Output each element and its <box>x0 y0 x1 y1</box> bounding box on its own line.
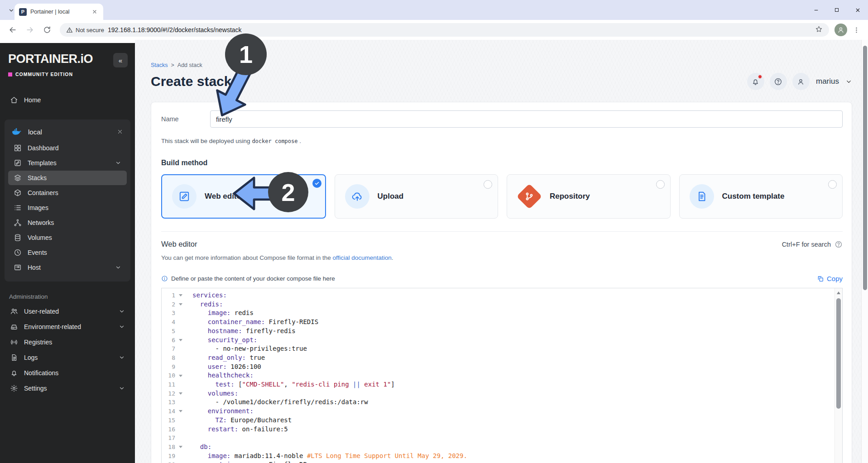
sidebar-item-settings[interactable]: Settings <box>5 381 130 396</box>
bookmark-star-icon[interactable] <box>815 25 823 35</box>
fold-arrow-icon[interactable] <box>179 303 182 305</box>
minimize-icon[interactable] <box>806 0 826 20</box>
sidebar-item-containers[interactable]: Containers <box>8 186 127 200</box>
copy-button[interactable]: Copy <box>817 275 843 282</box>
compose-code-editor[interactable]: 1services:2 redis:3 image: redis4 contai… <box>161 288 843 463</box>
code-line[interactable]: 4 container_name: Firefly-REDIS <box>162 318 831 327</box>
editor-scroll-thumb[interactable] <box>836 298 841 409</box>
bell-icon <box>10 369 18 377</box>
build-method-custom-template[interactable]: Custom template <box>679 174 843 219</box>
maximize-icon[interactable] <box>826 0 847 20</box>
build-method-web-editor[interactable]: Web editor <box>161 174 326 219</box>
code-line[interactable]: 17 <box>162 434 831 443</box>
sidebar-item-networks[interactable]: Networks <box>8 215 127 230</box>
sidebar-item-registries[interactable]: Registries <box>5 334 130 350</box>
method-radio[interactable] <box>828 180 837 189</box>
sidebar-item-volumes[interactable]: Volumes <box>8 230 127 245</box>
code-line[interactable]: 6 security_opt: <box>162 336 831 345</box>
fold-arrow-icon[interactable] <box>179 294 182 296</box>
fold-arrow-icon[interactable] <box>179 339 182 341</box>
code-line[interactable]: 7 - no-new-privileges:true <box>162 344 831 353</box>
editor-scroll-up-icon[interactable] <box>837 291 840 294</box>
fold-arrow-icon[interactable] <box>179 410 182 412</box>
line-gutter: 4 <box>162 318 188 327</box>
user-menu-button[interactable] <box>792 73 810 90</box>
code-text: services: <box>188 291 227 300</box>
sidebar-item-logs[interactable]: Logs <box>5 350 130 365</box>
fold-arrow-icon[interactable] <box>179 446 182 448</box>
url-bar[interactable]: Not secure 192.168.1.18:9000/#!/2/docker… <box>60 23 829 37</box>
code-line[interactable]: 19 image: mariadb:11.4-noble #LTS Long T… <box>162 452 831 461</box>
method-label: Web editor <box>205 192 245 201</box>
window-close-icon[interactable] <box>847 0 868 20</box>
code-line[interactable]: 2 redis: <box>162 300 831 309</box>
notifications-button[interactable] <box>747 73 764 90</box>
search-help-icon[interactable] <box>834 240 843 248</box>
refresh-icon[interactable] <box>237 77 246 86</box>
code-line[interactable]: 14 environment: <box>162 407 831 416</box>
build-method-upload[interactable]: Upload <box>335 174 499 219</box>
official-documentation-link[interactable]: official documentation <box>332 254 391 261</box>
build-method-repository[interactable]: Repository <box>507 174 671 219</box>
sidebar-item-environment-related[interactable]: Environment-related <box>5 319 130 334</box>
fold-arrow-icon[interactable] <box>179 392 182 395</box>
fold-arrow-icon[interactable] <box>179 375 182 377</box>
user-chevron-down-icon[interactable] <box>845 78 852 85</box>
sidebar-item-user-related[interactable]: User-related <box>5 304 130 319</box>
browser-menu-icon[interactable] <box>850 24 863 36</box>
code-line[interactable]: 15 TZ: Europe/Bucharest <box>162 416 831 425</box>
environment-close-icon[interactable] <box>117 129 123 135</box>
registries-icon <box>10 338 18 346</box>
line-gutter: 13 <box>162 398 188 407</box>
browser-tab[interactable]: P Portainer | local <box>14 4 103 20</box>
back-icon[interactable] <box>5 23 20 37</box>
code-line[interactable]: 10 healthcheck: <box>162 371 831 380</box>
page-scroll-thumb[interactable] <box>863 46 867 290</box>
sidebar-item-stacks[interactable]: Stacks <box>8 171 127 185</box>
sidebar-item-host[interactable]: Host <box>8 260 127 275</box>
code-line[interactable]: 3 image: redis <box>162 309 831 318</box>
reload-icon[interactable] <box>40 23 54 37</box>
breadcrumb-stacks-link[interactable]: Stacks <box>151 62 168 68</box>
page-scrollbar[interactable] <box>861 40 868 463</box>
browser-profile-avatar[interactable] <box>834 24 847 36</box>
code-line[interactable]: 20 container_name: Firefly-DB <box>162 460 831 463</box>
not-secure-chip[interactable]: Not secure <box>66 27 104 33</box>
code-line[interactable]: 1services: <box>162 291 831 300</box>
sidebar-item-home[interactable]: Home <box>5 92 130 108</box>
method-radio[interactable] <box>656 180 665 189</box>
code-line[interactable]: 8 read_only: true <box>162 353 831 363</box>
tab-close-icon[interactable] <box>91 8 99 16</box>
name-label: Name <box>161 115 210 123</box>
chevron-down-icon <box>119 385 125 391</box>
sidebar-item-label: Registries <box>24 339 125 346</box>
screen: P Portainer | local Not secure 192.168.1… <box>0 0 868 463</box>
sidebar-item-images[interactable]: Images <box>8 200 127 215</box>
code-line[interactable]: 12 volumes: <box>162 389 831 398</box>
forward-icon[interactable] <box>23 23 37 37</box>
sidebar-collapse-button[interactable]: « <box>113 53 128 67</box>
stack-name-input[interactable] <box>210 110 843 128</box>
code-line[interactable]: 13 - /volume1/docker/firefly/redis:/data… <box>162 398 831 407</box>
sidebar-item-events[interactable]: Events <box>8 245 127 260</box>
sidebar-item-dashboard[interactable]: Dashboard <box>8 141 127 155</box>
code-line[interactable]: 9 user: 1026:100 <box>162 363 831 372</box>
chevron-down-icon <box>119 354 125 361</box>
line-gutter: 1 <box>162 291 188 300</box>
code-line[interactable]: 5 hostname: firefly-redis <box>162 327 831 336</box>
line-gutter: 20 <box>162 460 188 463</box>
code-line[interactable]: 16 restart: on-failure:5 <box>162 425 831 434</box>
editor-scrollbar[interactable] <box>834 288 842 463</box>
code-line[interactable]: 11 test: ["CMD-SHELL", "redis-cli ping |… <box>162 380 831 389</box>
code-text: container_name: Firefly-DB <box>188 460 307 463</box>
code-line[interactable]: 18 db: <box>162 443 831 452</box>
sidebar-item-notifications[interactable]: Notifications <box>5 365 130 381</box>
environment-header[interactable]: local <box>7 123 128 140</box>
sidebar-item-templates[interactable]: Templates <box>8 156 127 170</box>
volumes-icon <box>14 234 22 242</box>
method-radio[interactable] <box>484 180 492 189</box>
code-text: environment: <box>188 407 254 416</box>
help-button[interactable] <box>770 73 787 90</box>
line-number: 7 <box>162 344 175 353</box>
docker-whale-icon <box>12 128 23 136</box>
